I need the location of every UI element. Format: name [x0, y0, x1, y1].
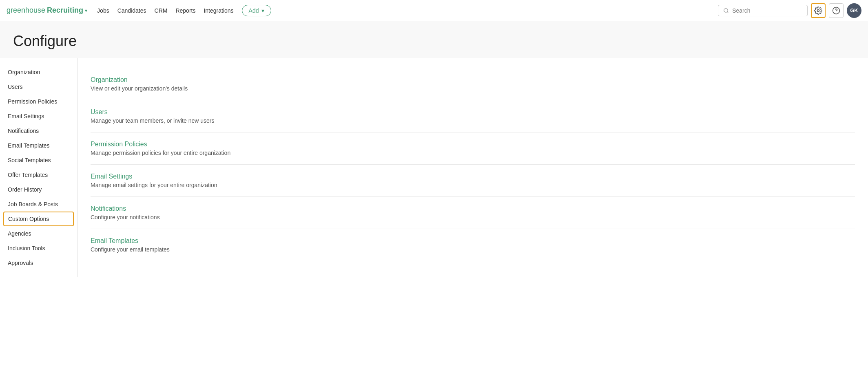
- topnav-right: GK: [718, 3, 861, 18]
- nav-links: Jobs Candidates CRM Reports Integrations…: [97, 5, 718, 16]
- logo-dropdown-icon[interactable]: ▾: [85, 8, 87, 13]
- search-input[interactable]: [732, 7, 802, 14]
- section-email-settings: Email Settings Manage email settings for…: [91, 165, 855, 197]
- section-permission-policies: Permission Policies Manage permission po…: [91, 132, 855, 165]
- nav-candidates[interactable]: Candidates: [117, 7, 146, 14]
- sidebar-item-email-templates[interactable]: Email Templates: [0, 138, 77, 153]
- main-content: Organization View or edit your organizat…: [78, 58, 868, 277]
- sidebar-item-agencies[interactable]: Agencies: [0, 226, 77, 241]
- help-button[interactable]: [829, 3, 844, 18]
- user-avatar-button[interactable]: GK: [847, 3, 861, 18]
- nav-reports[interactable]: Reports: [175, 7, 195, 14]
- search-box[interactable]: [718, 5, 808, 16]
- sidebar-item-offer-templates[interactable]: Offer Templates: [0, 168, 77, 182]
- help-icon: [832, 7, 840, 15]
- page-title: Configure: [13, 33, 855, 50]
- search-icon: [723, 7, 729, 14]
- section-link-notifications[interactable]: Notifications: [91, 205, 126, 212]
- sidebar-item-approvals[interactable]: Approvals: [0, 256, 77, 270]
- sidebar-item-order-history[interactable]: Order History: [0, 182, 77, 197]
- logo-recruiting-text: Recruiting: [47, 6, 83, 15]
- logo-greenhouse-text: greenhouse: [7, 6, 45, 15]
- section-organization: Organization View or edit your organizat…: [91, 68, 855, 100]
- section-users: Users Manage your team members, or invit…: [91, 100, 855, 132]
- section-desc-notifications: Configure your notifications: [91, 214, 855, 221]
- sidebar-item-permission-policies[interactable]: Permission Policies: [0, 94, 77, 109]
- section-desc-permission-policies: Manage permission policies for your enti…: [91, 150, 855, 156]
- nav-crm[interactable]: CRM: [155, 7, 168, 14]
- section-link-email-settings[interactable]: Email Settings: [91, 173, 132, 180]
- sidebar-item-inclusion-tools[interactable]: Inclusion Tools: [0, 241, 77, 256]
- sidebar-item-notifications[interactable]: Notifications: [0, 124, 77, 138]
- top-navigation: greenhouse Recruiting ▾ Jobs Candidates …: [0, 0, 868, 21]
- sidebar-item-custom-options[interactable]: Custom Options: [3, 212, 74, 226]
- section-email-templates: Email Templates Configure your email tem…: [91, 229, 855, 261]
- page-header: Configure: [0, 21, 868, 58]
- sidebar-item-social-templates[interactable]: Social Templates: [0, 153, 77, 168]
- svg-point-2: [817, 9, 819, 11]
- sidebar-item-email-settings[interactable]: Email Settings: [0, 109, 77, 124]
- page-wrapper: Configure Organization Users Permission …: [0, 21, 868, 277]
- gear-icon: [814, 7, 822, 15]
- section-link-organization[interactable]: Organization: [91, 76, 128, 83]
- settings-button[interactable]: [811, 3, 826, 18]
- sidebar-item-organization[interactable]: Organization: [0, 65, 77, 79]
- sidebar-item-job-boards-posts[interactable]: Job Boards & Posts: [0, 197, 77, 212]
- section-desc-email-settings: Manage email settings for your entire or…: [91, 182, 855, 188]
- sidebar-item-users[interactable]: Users: [0, 79, 77, 94]
- sidebar: Organization Users Permission Policies E…: [0, 58, 78, 277]
- logo[interactable]: greenhouse Recruiting ▾: [7, 6, 87, 15]
- add-button[interactable]: Add ▾: [242, 5, 271, 16]
- section-link-users[interactable]: Users: [91, 108, 108, 115]
- section-desc-organization: View or edit your organization's details: [91, 85, 855, 92]
- section-notifications: Notifications Configure your notificatio…: [91, 197, 855, 229]
- page-body: Organization Users Permission Policies E…: [0, 58, 868, 277]
- nav-jobs[interactable]: Jobs: [97, 7, 109, 14]
- svg-point-0: [724, 8, 728, 12]
- svg-line-1: [727, 11, 728, 13]
- section-link-email-templates[interactable]: Email Templates: [91, 237, 138, 244]
- section-link-permission-policies[interactable]: Permission Policies: [91, 141, 147, 148]
- section-desc-users: Manage your team members, or invite new …: [91, 117, 855, 124]
- nav-integrations[interactable]: Integrations: [204, 7, 233, 14]
- section-desc-email-templates: Configure your email templates: [91, 246, 855, 253]
